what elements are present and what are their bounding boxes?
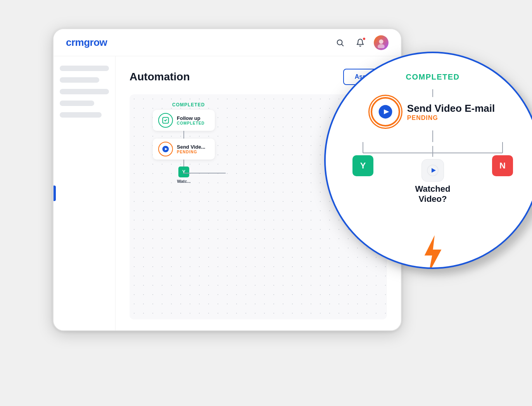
mag-send-video-status: PENDING: [407, 115, 495, 121]
svg-marker-11: [425, 235, 442, 269]
lightning-container: [421, 235, 444, 269]
mag-send-video-icon: [371, 97, 400, 127]
app-logo: crmgrow: [66, 36, 107, 49]
mag-watch-line2: Video?: [415, 194, 451, 204]
mag-yes-connector: [363, 142, 363, 153]
search-icon[interactable]: [333, 36, 347, 49]
send-video-text-small: Send Vide... PENDING: [177, 144, 205, 154]
mag-center-connector: [432, 146, 433, 157]
yes-badge-small: Y: [178, 167, 189, 177]
mag-connector-mid: [432, 130, 433, 142]
watch-label-small: Watc...: [177, 179, 190, 184]
yes-branch-small: Y Watc...: [177, 167, 190, 184]
connector-2: [183, 160, 184, 167]
mag-watch-card: Watched Video?: [415, 146, 451, 205]
sidebar-item-4[interactable]: [60, 101, 94, 106]
follow-up-text: Follow up COMPLETED: [177, 115, 205, 125]
page-title: Automation: [130, 71, 190, 83]
lightning-bolt-icon: [421, 235, 444, 269]
mag-send-video-title: Send Video E-mail: [407, 102, 495, 115]
sidebar-item-2[interactable]: [60, 77, 99, 83]
svg-point-3: [378, 44, 385, 48]
mag-branch-row: Y Watched Video?: [352, 142, 513, 205]
bell-icon[interactable]: [354, 36, 367, 49]
notification-badge: [362, 37, 366, 41]
scene: crmgrow: [53, 28, 479, 378]
magnifier-circle: COMPLETED Send Video E-mail PENDING: [324, 52, 532, 269]
mag-yes-branch: Y: [352, 142, 373, 176]
send-video-node-small: Send Vide... PENDING: [153, 139, 215, 184]
mag-no-branch: N: [492, 142, 513, 176]
mag-no-badge: N: [492, 155, 513, 176]
send-video-title-small: Send Vide...: [177, 144, 205, 150]
follow-up-node: Follow up COMPLETED: [153, 110, 215, 139]
avatar[interactable]: [374, 35, 389, 50]
mag-h-line: [363, 153, 503, 153]
connector-1: [183, 131, 184, 139]
sidebar-accent: [54, 186, 56, 201]
mag-watch-line1: Watched: [415, 184, 451, 194]
mag-no-connector: [502, 142, 503, 153]
mag-watch-icon: [421, 159, 444, 182]
sidebar-item-5[interactable]: [60, 112, 102, 118]
svg-point-2: [379, 39, 383, 43]
follow-up-status: COMPLETED: [177, 121, 205, 125]
mag-watch-text: Watched Video?: [415, 184, 451, 205]
completed-label-small: COMPLETED: [172, 102, 215, 108]
top-bar: crmgrow: [54, 29, 401, 56]
send-video-icon-small: [158, 142, 173, 156]
flow-container: COMPLETED: [153, 102, 215, 184]
sidebar-item-1[interactable]: [60, 66, 109, 71]
mag-connector-top: [432, 89, 433, 97]
mag-send-video-text: Send Video E-mail PENDING: [407, 102, 495, 121]
sidebar-item-3[interactable]: [60, 89, 109, 94]
mag-completed-label: COMPLETED: [406, 73, 459, 82]
branch-h-line: [183, 173, 226, 174]
follow-up-icon: [158, 113, 173, 128]
send-video-status-small: PENDING: [177, 150, 205, 154]
top-icons: [333, 35, 389, 50]
svg-line-1: [342, 44, 343, 46]
mag-yes-badge: Y: [352, 155, 373, 176]
follow-up-card: Follow up COMPLETED: [153, 110, 215, 131]
send-video-card-small: Send Vide... PENDING: [153, 139, 215, 160]
mag-send-video-node: Send Video E-mail PENDING: [371, 97, 495, 127]
branch-area-small: Y Watc...: [177, 167, 190, 184]
follow-up-title: Follow up: [177, 115, 205, 121]
sidebar: [54, 56, 116, 330]
